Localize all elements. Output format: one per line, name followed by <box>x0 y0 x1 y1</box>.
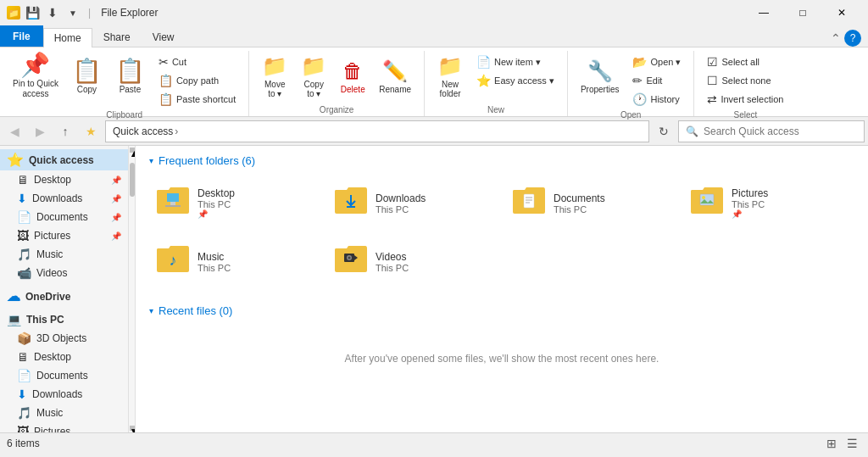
qat-save-btn[interactable]: 💾 <box>24 4 41 21</box>
sidebar-item-3d-objects[interactable]: 📦 3D Objects <box>0 329 128 348</box>
status-items-count: 6 items <box>7 437 40 449</box>
paste-btn[interactable]: 📋 Paste <box>109 51 151 102</box>
new-folder-btn[interactable]: 📁 Newfolder <box>431 51 469 102</box>
maximize-btn[interactable]: □ <box>783 0 822 25</box>
folder-item-downloads[interactable]: Downloads This PC <box>327 177 498 229</box>
downloads-folder-info: Downloads This PC <box>376 192 426 215</box>
invert-selection-btn[interactable]: ⇄ Invert selection <box>701 90 789 109</box>
easy-access-btn[interactable]: ⭐ Easy access ▾ <box>470 71 560 90</box>
this-pc-icon: 💻 <box>7 313 21 326</box>
scroll-down-arrow[interactable]: ▼ <box>130 426 135 431</box>
rename-label: Rename <box>379 85 411 94</box>
refresh-btn[interactable]: ↻ <box>653 120 675 142</box>
sidebar-item-documents-pc[interactable]: 📄 Documents <box>0 366 128 385</box>
select-none-btn[interactable]: ☐ Select none <box>701 71 789 90</box>
search-icon: 🔍 <box>686 125 698 137</box>
sidebar-item-onedrive[interactable]: ☁ OneDrive <box>0 286 128 307</box>
open-label: Open ▾ <box>650 57 681 68</box>
move-to-btn[interactable]: 📁 Moveto ▾ <box>256 51 293 102</box>
help-btn[interactable]: ? <box>844 30 861 47</box>
ribbon-collapse-btn[interactable]: ⌃ <box>831 31 841 45</box>
folder-item-pictures[interactable]: Pictures This PC 📌 <box>683 177 854 229</box>
desktop-folder-name: Desktop <box>198 187 235 199</box>
folder-item-music[interactable]: ♪ Music This PC <box>149 236 320 287</box>
sidebar-item-downloads-pc[interactable]: ⬇ Downloads <box>0 385 128 404</box>
sidebar-item-music[interactable]: 🎵 Music <box>0 245 128 264</box>
edit-icon: ✏ <box>632 74 643 87</box>
sidebar-item-desktop-pc[interactable]: 🖥 Desktop <box>0 348 128 366</box>
pin-to-quick-access-btn[interactable]: 📌 Pin to Quickaccess <box>7 51 64 102</box>
window-controls: — □ ✕ <box>744 0 861 25</box>
sidebar-item-pictures[interactable]: 🖼 Pictures 📌 <box>0 226 128 245</box>
paste-btn-label: Paste <box>120 85 142 94</box>
forward-btn[interactable]: ▶ <box>29 120 51 142</box>
qat-properties-btn[interactable]: ⬇ <box>44 4 61 21</box>
title-bar: 📁 💾 ⬇ ▼ | File Explorer — □ ✕ <box>0 0 868 25</box>
pictures-folder-name: Pictures <box>732 187 768 199</box>
search-box[interactable]: 🔍 <box>678 120 865 142</box>
downloads-folder-location: This PC <box>376 204 426 215</box>
qat-dropdown-btn[interactable]: ▼ <box>64 4 81 21</box>
sidebar-item-documents[interactable]: 📄 Documents 📌 <box>0 208 128 226</box>
paste-shortcut-label: Paste shortcut <box>176 94 236 104</box>
large-icons-view-btn[interactable]: ⊞ <box>822 435 841 452</box>
sidebar-item-downloads[interactable]: ⬇ Downloads 📌 <box>0 189 128 208</box>
sidebar-item-pictures-pc[interactable]: 🖼 Pictures <box>0 422 128 432</box>
sidebar-item-quick-access[interactable]: ⭐ Quick access <box>0 149 128 170</box>
open-btn[interactable]: 📂 Open ▾ <box>626 53 687 71</box>
tab-view[interactable]: View <box>142 27 186 47</box>
cut-label: Cut <box>172 57 186 67</box>
close-btn[interactable]: ✕ <box>822 0 861 25</box>
rename-btn[interactable]: ✏️ Rename <box>373 51 417 102</box>
3d-objects-label: 3D Objects <box>36 332 86 344</box>
new-item-btn[interactable]: 📄 New item ▾ <box>470 53 560 71</box>
cut-btn[interactable]: ✂ Cut <box>153 53 242 71</box>
invert-selection-icon: ⇄ <box>707 92 717 106</box>
up-btn[interactable]: ↑ <box>54 120 76 142</box>
ribbon-group-new: 📁 Newfolder 📄 New item ▾ ⭐ Easy access ▾… <box>425 51 568 116</box>
copy-path-btn[interactable]: 📋 Copy path <box>153 71 242 90</box>
edit-btn[interactable]: ✏ Edit <box>626 71 687 90</box>
scroll-thumb[interactable] <box>130 163 135 197</box>
documents-pc-label: Documents <box>36 370 88 382</box>
select-all-btn[interactable]: ☑ Select all <box>701 53 789 71</box>
minimize-btn[interactable]: — <box>744 0 783 25</box>
folder-item-documents[interactable]: Documents This PC <box>505 177 676 229</box>
history-btn[interactable]: 🕐 History <box>626 90 687 109</box>
tab-file[interactable]: File <box>0 25 43 47</box>
star-btn[interactable]: ★ <box>80 120 102 142</box>
tab-share[interactable]: Share <box>92 27 142 47</box>
sidebar-item-videos[interactable]: 📹 Videos <box>0 264 128 282</box>
properties-icon: 🔧 <box>587 59 613 83</box>
frequent-folders-section[interactable]: Frequent folders (6) <box>149 154 854 167</box>
back-btn[interactable]: ◀ <box>3 120 25 142</box>
paste-shortcut-btn[interactable]: 📋 Paste shortcut <box>153 90 242 109</box>
sidebar-item-desktop[interactable]: 🖥 Desktop 📌 <box>0 170 128 189</box>
recent-files-section[interactable]: Recent files (0) <box>149 304 854 317</box>
address-path[interactable]: Quick access › <box>105 120 649 142</box>
folder-item-videos[interactable]: Videos This PC <box>327 236 498 287</box>
svg-point-21 <box>348 257 351 259</box>
copy-to-btn[interactable]: 📁 Copyto ▾ <box>295 51 332 102</box>
new-item-label: New item ▾ <box>494 57 541 68</box>
delete-btn[interactable]: 🗑 Delete <box>334 51 371 102</box>
properties-btn[interactable]: 🔧 Properties <box>575 51 626 102</box>
tab-home[interactable]: Home <box>43 28 92 47</box>
sidebar-item-this-pc[interactable]: 💻 This PC <box>0 310 128 329</box>
sidebar-scrollbar[interactable]: ▲ ▼ <box>128 146 135 432</box>
sidebar-item-music-pc[interactable]: 🎵 Music <box>0 404 128 422</box>
scroll-up-arrow[interactable]: ▲ <box>130 148 135 153</box>
sidebar: ⭐ Quick access 🖥 Desktop 📌 ⬇ Downloads 📌… <box>0 146 136 432</box>
copy-btn[interactable]: 📋 Copy <box>66 51 108 102</box>
select-none-icon: ☐ <box>707 74 718 87</box>
move-to-icon: 📁 <box>262 54 287 78</box>
history-label: History <box>650 94 679 104</box>
folder-icon-videos <box>335 243 367 280</box>
svg-rect-13 <box>700 194 714 205</box>
search-input[interactable] <box>704 125 857 137</box>
properties-label: Properties <box>581 85 620 94</box>
folder-item-desktop[interactable]: Desktop This PC 📌 <box>149 177 320 229</box>
documents-pin: 📌 <box>111 213 121 222</box>
quick-access-icon: ⭐ <box>7 152 24 168</box>
details-view-btn[interactable]: ☰ <box>843 435 861 452</box>
